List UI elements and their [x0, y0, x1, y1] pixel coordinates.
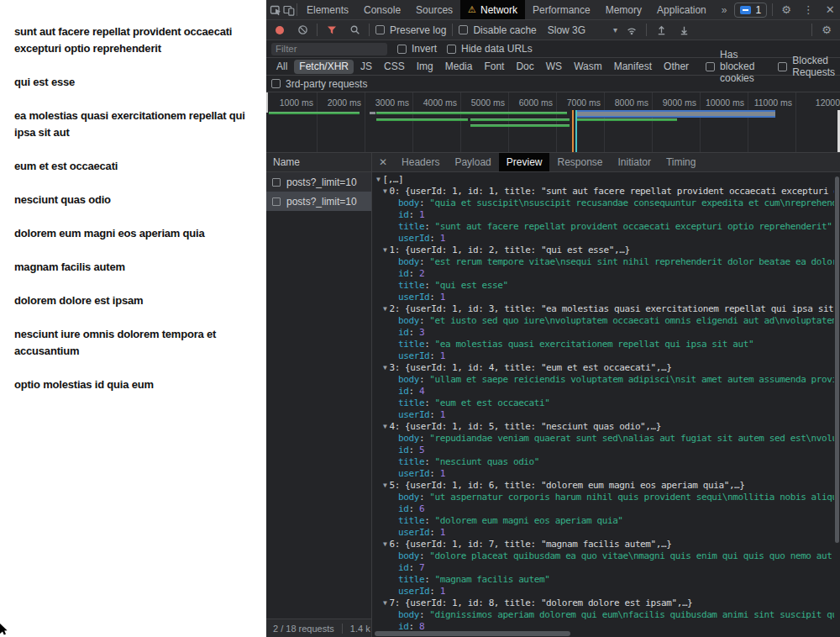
- preview-prop-row[interactable]: id: 2: [372, 268, 840, 280]
- collapse-triangle-icon[interactable]: ▼: [383, 421, 386, 433]
- type-filter-ws[interactable]: WS: [541, 60, 567, 74]
- checkbox-icon[interactable]: [778, 62, 787, 71]
- type-filter-js[interactable]: JS: [355, 60, 377, 74]
- collapse-triangle-icon[interactable]: ▼: [383, 480, 386, 492]
- detail-tab-payload[interactable]: Payload: [447, 153, 498, 171]
- type-filter-css[interactable]: CSS: [379, 60, 410, 74]
- preview-prop-row[interactable]: userId: 1: [372, 468, 840, 480]
- type-filter-wasm[interactable]: Wasm: [569, 60, 607, 74]
- invert-checkbox[interactable]: Invert: [397, 43, 437, 55]
- overview-left-handle[interactable]: [266, 92, 268, 113]
- preview-prop-row[interactable]: body: "quia et suscipit\nsuscipit recusa…: [372, 197, 840, 209]
- preview-item-row[interactable]: ▼5: {userId: 1, id: 6, title: "dolorem e…: [372, 480, 840, 492]
- detail-tab-headers[interactable]: Headers: [394, 153, 447, 171]
- has-blocked-cookies-checkbox[interactable]: Has blocked cookies: [706, 49, 764, 84]
- close-detail-icon[interactable]: ✕: [372, 156, 394, 168]
- export-har-icon[interactable]: [675, 22, 692, 39]
- horizontal-scrollbar[interactable]: [372, 629, 834, 637]
- preview-prop-row[interactable]: userId: 1: [372, 233, 840, 245]
- preview-prop-row[interactable]: title: "dolorem eum magni eos aperiam qu…: [372, 515, 840, 527]
- preview-prop-row[interactable]: title: "eum et est occaecati": [372, 397, 840, 409]
- collapse-triangle-icon[interactable]: ▼: [383, 186, 386, 197]
- preview-prop-row[interactable]: body: "dolore placeat quibusdam ea quo v…: [372, 550, 840, 562]
- filter-input[interactable]: Filter: [271, 43, 387, 55]
- preview-prop-row[interactable]: title: "qui est esse": [372, 280, 840, 292]
- search-icon[interactable]: [346, 22, 363, 39]
- type-filter-all[interactable]: All: [271, 60, 292, 74]
- preview-prop-row[interactable]: body: "et iusto sed quo iure\nvoluptatem…: [372, 315, 840, 327]
- preview-prop-row[interactable]: userId: 1: [372, 350, 840, 362]
- more-tabs-button[interactable]: »: [716, 0, 733, 19]
- preview-prop-row[interactable]: userId: 1: [372, 586, 840, 598]
- request-row[interactable]: posts?_limit=10: [266, 172, 371, 192]
- preview-prop-row[interactable]: title: "magnam facilis autem": [372, 574, 840, 586]
- detail-tab-response[interactable]: Response: [549, 153, 610, 171]
- collapse-triangle-icon[interactable]: ▼: [383, 303, 386, 315]
- type-filter-manifest[interactable]: Manifest: [609, 60, 657, 74]
- preview-prop-row[interactable]: id: 1: [372, 209, 840, 221]
- checkbox-icon[interactable]: [447, 45, 456, 54]
- tab-memory[interactable]: Memory: [598, 0, 649, 19]
- close-devtools-icon[interactable]: ✕: [822, 2, 838, 18]
- tab-elements[interactable]: Elements: [299, 0, 356, 19]
- settings-gear-icon[interactable]: ⚙: [778, 2, 795, 18]
- type-filter-fetch-xhr[interactable]: Fetch/XHR: [294, 60, 354, 74]
- checkbox-icon[interactable]: [375, 25, 385, 34]
- type-filter-other[interactable]: Other: [659, 60, 694, 74]
- preview-prop-row[interactable]: userId: 1: [372, 292, 840, 303]
- preview-prop-row[interactable]: body: "ut aspernatur corporis harum nihi…: [372, 492, 840, 503]
- preview-prop-row[interactable]: body: "est rerum tempore vitae\nsequi si…: [372, 256, 840, 268]
- preview-root-row[interactable]: ▼[,…]: [372, 174, 840, 186]
- preview-prop-row[interactable]: id: 3: [372, 327, 840, 339]
- vertical-scrollbar[interactable]: [834, 172, 840, 637]
- preview-prop-row[interactable]: userId: 1: [372, 409, 840, 421]
- tab-network[interactable]: ⚠Network: [460, 0, 525, 19]
- preview-prop-row[interactable]: title: "ea molestias quasi exercitatione…: [372, 339, 840, 350]
- preview-prop-row[interactable]: id: 4: [372, 386, 840, 397]
- tab-sources[interactable]: Sources: [408, 0, 460, 19]
- checkbox-icon[interactable]: [706, 62, 715, 71]
- kebab-menu-icon[interactable]: ⋮: [800, 2, 816, 18]
- preview-prop-row[interactable]: id: 5: [372, 445, 840, 456]
- preview-prop-row[interactable]: id: 7: [372, 562, 840, 574]
- request-row[interactable]: posts?_limit=10: [266, 192, 371, 211]
- checkbox-icon[interactable]: [459, 25, 468, 34]
- preview-prop-row[interactable]: title: "nesciunt quas odio": [372, 456, 840, 468]
- name-column-header[interactable]: Name: [266, 153, 371, 172]
- preview-prop-row[interactable]: title: "sunt aut facere repellat provide…: [372, 221, 840, 233]
- preview-item-row[interactable]: ▼0: {userId: 1, id: 1, title: "sunt aut …: [372, 186, 840, 197]
- timeline-overview[interactable]: 1000 ms2000 ms3000 ms4000 ms5000 ms6000 …: [266, 92, 840, 153]
- preview-prop-row[interactable]: userId: 1: [372, 527, 840, 539]
- preview-prop-row[interactable]: body: "ullam et saepe reiciendis volupta…: [372, 374, 840, 386]
- detail-tab-initiator[interactable]: Initiator: [611, 153, 659, 171]
- collapse-triangle-icon[interactable]: ▼: [376, 174, 380, 186]
- collapse-triangle-icon[interactable]: ▼: [383, 539, 386, 550]
- collapse-triangle-icon[interactable]: ▼: [383, 362, 386, 374]
- filter-funnel-icon[interactable]: [323, 22, 340, 39]
- type-filter-doc[interactable]: Doc: [511, 60, 538, 74]
- device-toolbar-icon[interactable]: [283, 2, 295, 18]
- vertical-scrollbar-thumb[interactable]: [835, 176, 839, 543]
- detail-tab-preview[interactable]: Preview: [499, 153, 550, 171]
- preview-item-row[interactable]: ▼1: {userId: 1, id: 2, title: "qui est e…: [372, 245, 840, 256]
- preview-item-row[interactable]: ▼3: {userId: 1, id: 4, title: "eum et es…: [372, 362, 840, 374]
- preview-item-row[interactable]: ▼2: {userId: 1, id: 3, title: "ea molest…: [372, 303, 840, 315]
- import-har-icon[interactable]: [653, 22, 669, 39]
- checkbox-icon[interactable]: [397, 45, 407, 54]
- type-filter-img[interactable]: Img: [412, 60, 438, 74]
- preview-prop-row[interactable]: id: 6: [372, 503, 840, 515]
- throttling-select[interactable]: Slow 3G: [548, 24, 585, 36]
- network-conditions-icon[interactable]: [623, 22, 640, 39]
- collapse-triangle-icon[interactable]: ▼: [383, 598, 386, 609]
- preview-prop-row[interactable]: body: "dignissimos aperiam dolorem qui e…: [372, 609, 840, 621]
- tab-performance[interactable]: Performance: [525, 0, 598, 19]
- chevron-down-icon[interactable]: ▾: [613, 25, 617, 34]
- type-filter-media[interactable]: Media: [440, 60, 478, 74]
- blocked-requests-checkbox[interactable]: Blocked Requests: [778, 55, 835, 78]
- inspect-element-icon[interactable]: [270, 2, 281, 18]
- preview-item-row[interactable]: ▼6: {userId: 1, id: 7, title: "magnam fa…: [372, 539, 840, 550]
- preview-prop-row[interactable]: body: "repudiandae veniam quaerat sunt s…: [372, 433, 840, 445]
- preview-item-row[interactable]: ▼7: {userId: 1, id: 8, title: "dolorem d…: [372, 598, 840, 609]
- clear-network-log-icon[interactable]: [294, 22, 311, 39]
- third-party-checkbox[interactable]: 3rd-party requests: [271, 78, 367, 90]
